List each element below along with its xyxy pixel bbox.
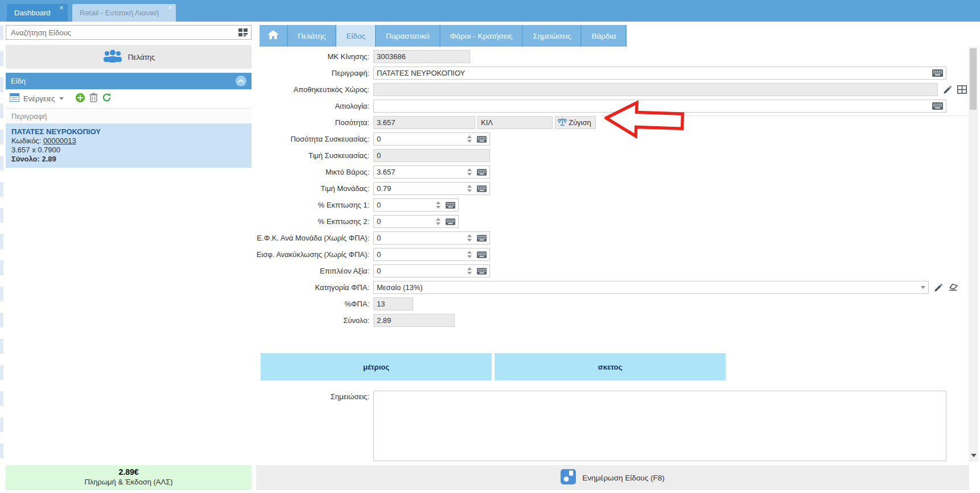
keyboard-icon[interactable] bbox=[932, 102, 943, 110]
item-qty-calc: 3.657 x 0.7900 bbox=[11, 146, 246, 155]
close-icon[interactable]: × bbox=[60, 5, 64, 11]
delete-item-icon[interactable] bbox=[89, 93, 98, 105]
unit-price-label: Τιμή Μονάδας: bbox=[256, 184, 373, 193]
efk-input[interactable] bbox=[377, 232, 466, 244]
discount2-label: % Εκπτωσης 2: bbox=[256, 217, 373, 226]
discount2-input[interactable] bbox=[377, 216, 434, 227]
add-item-icon[interactable] bbox=[75, 93, 85, 105]
discount1-row: % Εκπτωσης 1: bbox=[256, 198, 969, 212]
close-icon[interactable]: × bbox=[168, 5, 172, 11]
tab-dashboard-label: Dashboard bbox=[14, 9, 51, 17]
tab-customer[interactable]: Πελάτης bbox=[288, 25, 335, 47]
discount1-label: % Εκπτωσης 1: bbox=[256, 201, 373, 209]
efk-field[interactable] bbox=[373, 231, 490, 245]
unit-price-input[interactable] bbox=[377, 183, 466, 194]
tab-notes[interactable]: Σημειώσεις bbox=[523, 25, 580, 47]
spinner-stepper[interactable] bbox=[466, 234, 473, 242]
item-code-link[interactable]: 00000013 bbox=[43, 136, 76, 145]
form-tab-bar: Πελάτης Είδος Παραστατικό Φόροι - Κρατήσ… bbox=[260, 25, 627, 47]
pack-price-input bbox=[377, 150, 487, 161]
notes-textarea[interactable] bbox=[373, 391, 946, 461]
vertical-scrollbar[interactable] bbox=[969, 47, 978, 462]
weigh-button[interactable]: Ζύγιση bbox=[555, 116, 596, 129]
scrollbar-down-arrow-icon[interactable] bbox=[971, 454, 977, 457]
extra-value-field[interactable] bbox=[373, 264, 490, 277]
weigh-button-label: Ζύγιση bbox=[569, 118, 591, 127]
items-toolbar: Ενέργειες bbox=[6, 89, 252, 108]
spinner-stepper[interactable] bbox=[466, 267, 473, 275]
spinner-stepper[interactable] bbox=[434, 218, 442, 225]
reason-label: Αιτιολογία: bbox=[256, 102, 373, 110]
description-field[interactable] bbox=[373, 67, 946, 80]
spinner-stepper[interactable] bbox=[466, 135, 473, 143]
tab-document[interactable]: Παραστατικό bbox=[376, 25, 439, 47]
discount2-field[interactable] bbox=[373, 215, 459, 228]
discount1-field[interactable] bbox=[373, 198, 459, 212]
chevron-down-icon[interactable] bbox=[921, 286, 925, 289]
scrollbar-thumb[interactable] bbox=[970, 48, 977, 110]
discount1-input[interactable] bbox=[377, 199, 434, 211]
total-input bbox=[377, 314, 451, 326]
pack-qty-input[interactable] bbox=[377, 133, 466, 145]
tab-dashboard[interactable]: Dashboard × bbox=[7, 4, 68, 22]
gross-weight-field[interactable] bbox=[373, 165, 490, 179]
mk-kinisis-field bbox=[373, 50, 470, 63]
recycling-field[interactable] bbox=[373, 248, 490, 261]
notes-row: Σημειώσεις: bbox=[256, 391, 969, 461]
column-header-description[interactable]: Περιγραφή bbox=[6, 108, 252, 124]
keyboard-icon[interactable] bbox=[477, 251, 487, 258]
customer-button[interactable]: Πελάτης bbox=[6, 45, 252, 69]
table-lookup-icon[interactable] bbox=[957, 85, 967, 94]
keyboard-icon[interactable] bbox=[477, 185, 487, 192]
grid-keypad-icon[interactable] bbox=[238, 28, 248, 39]
notes-label: Σημειώσεις: bbox=[256, 391, 373, 401]
keyboard-icon[interactable] bbox=[932, 69, 943, 77]
spinner-stepper[interactable] bbox=[434, 201, 442, 209]
payment-label: Πληρωμή & Έκδοση (ΑΛΣ) bbox=[6, 478, 252, 486]
spinner-stepper[interactable] bbox=[466, 168, 473, 176]
item-code-line: Κωδικός: 00000013 bbox=[11, 136, 246, 146]
gross-weight-input[interactable] bbox=[377, 166, 466, 178]
edit-pencil-icon[interactable] bbox=[934, 283, 943, 292]
keyboard-icon[interactable] bbox=[477, 268, 487, 275]
tab-home[interactable] bbox=[260, 25, 287, 47]
tab-shift[interactable]: Βάρδια bbox=[582, 25, 625, 47]
actions-button[interactable]: Ενέργειες bbox=[23, 94, 55, 103]
unit-price-row: Τιμή Μονάδας: bbox=[256, 182, 969, 195]
collapse-chevron-icon[interactable] bbox=[236, 76, 246, 86]
edit-pencil-icon[interactable] bbox=[943, 85, 952, 94]
keyboard-icon[interactable] bbox=[477, 136, 487, 143]
chevron-down-icon[interactable] bbox=[59, 97, 64, 100]
people-icon bbox=[102, 49, 123, 65]
keyboard-icon[interactable] bbox=[446, 202, 455, 209]
tab-retail[interactable]: Retail - Εντατική Λιανική × bbox=[72, 4, 176, 22]
mk-kinisis-input bbox=[377, 51, 467, 63]
quick-button-sketos[interactable]: σκετος bbox=[495, 353, 726, 380]
spinner-stepper[interactable] bbox=[466, 251, 473, 258]
pack-price-row: Τιμή Συσκευασίας: bbox=[256, 149, 969, 162]
tab-item[interactable]: Είδος bbox=[336, 25, 375, 47]
extra-value-input[interactable] bbox=[377, 265, 466, 277]
payment-button[interactable]: 2.89€ Πληρωμή & Έκδοση (ΑΛΣ) bbox=[6, 465, 252, 490]
vat-category-select[interactable] bbox=[373, 281, 929, 294]
tab-taxes[interactable]: Φόροι - Κρατήσεις bbox=[440, 25, 522, 47]
storage-input bbox=[377, 84, 934, 96]
quick-button-metrios[interactable]: μέτριος bbox=[261, 353, 492, 380]
list-item-selected[interactable]: ΠΑΤΑΤΕΣ ΝΕΥΡΟΚΟΠΙΟΥ Κωδικός: 00000013 3.… bbox=[6, 124, 252, 168]
keyboard-icon[interactable] bbox=[477, 169, 487, 176]
pack-qty-field[interactable] bbox=[373, 132, 490, 146]
update-item-button[interactable]: Ενημέρωση Είδους (F8) bbox=[256, 465, 969, 490]
keyboard-icon[interactable] bbox=[446, 218, 455, 225]
clear-eraser-icon[interactable] bbox=[948, 283, 958, 292]
efk-row: Ε.Φ.Κ. Ανά Μονάδα (Χωρίς ΦΠΑ): bbox=[256, 231, 969, 245]
recycling-input[interactable] bbox=[377, 248, 466, 260]
description-input[interactable] bbox=[377, 67, 929, 79]
quantity-label: Ποσότητα: bbox=[256, 118, 373, 127]
vat-category-value[interactable] bbox=[377, 281, 921, 293]
refresh-icon[interactable] bbox=[102, 93, 112, 105]
search-input[interactable] bbox=[6, 25, 252, 40]
keyboard-icon[interactable] bbox=[477, 235, 487, 242]
unit-price-field[interactable] bbox=[373, 182, 490, 195]
spinner-stepper[interactable] bbox=[466, 185, 473, 192]
extra-value-row: Επιπλέον Αξία: bbox=[256, 264, 969, 277]
